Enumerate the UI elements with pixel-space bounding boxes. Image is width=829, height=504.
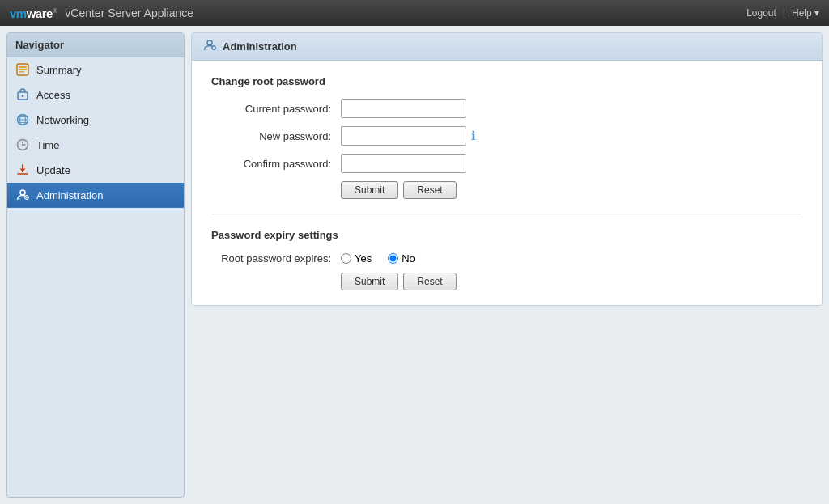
confirm-password-label: Confirm password: — [211, 158, 341, 170]
svg-point-20 — [207, 40, 212, 45]
sidebar-label-access: Access — [36, 89, 70, 101]
expires-yes-label: Yes — [355, 252, 372, 265]
expiry-buttons: Submit Reset — [341, 273, 802, 290]
svg-point-15 — [20, 190, 25, 195]
sidebar-label-networking: Networking — [36, 114, 89, 126]
help-link[interactable]: Help ▾ — [792, 7, 819, 19]
panel-header-icon — [203, 39, 216, 54]
sidebar-item-networking[interactable]: Networking — [7, 108, 184, 133]
header-right: Logout | Help ▾ — [746, 7, 819, 19]
info-icon[interactable]: ℹ — [471, 129, 476, 143]
section-divider — [211, 214, 802, 214]
current-password-input[interactable] — [341, 99, 466, 118]
current-password-row: Current password: — [211, 99, 802, 118]
panel-title: Administration — [223, 40, 297, 53]
svg-point-16 — [20, 199, 21, 200]
current-password-label: Current password: — [211, 103, 341, 115]
header-separator: | — [783, 7, 785, 19]
sidebar-item-administration[interactable]: Administration — [7, 183, 184, 208]
sidebar-label-time: Time — [36, 139, 59, 151]
sidebar-item-summary[interactable]: Summary — [7, 57, 184, 83]
main-layout: Navigator Summary Ac — [0, 26, 829, 504]
new-password-row: New password: ℹ — [211, 126, 802, 146]
panel-body: Change root password Current password: N… — [192, 61, 822, 305]
password-expiry-title: Password expiry settings — [211, 229, 802, 241]
password-expiry-section: Password expiry settings Root password e… — [211, 229, 802, 290]
logo-ware: ware — [27, 6, 53, 20]
new-password-input[interactable] — [341, 126, 466, 146]
svg-rect-2 — [19, 69, 27, 70]
header: vmware® vCenter Server Appliance Logout … — [0, 0, 829, 26]
expires-label: Root password expires: — [211, 252, 341, 265]
access-icon — [15, 87, 30, 102]
expiry-reset-button[interactable]: Reset — [403, 273, 456, 290]
sidebar-item-update[interactable]: Update — [7, 158, 184, 183]
administration-panel: Administration Change root password Curr… — [191, 32, 823, 306]
svg-rect-1 — [19, 66, 27, 68]
change-password-section: Change root password Current password: N… — [211, 75, 802, 199]
expires-no-label: No — [402, 252, 415, 265]
sidebar-label-update: Update — [36, 164, 70, 176]
help-label: Help — [792, 7, 812, 19]
svg-rect-3 — [19, 71, 24, 73]
sidebar-label-administration: Administration — [36, 189, 103, 201]
admin-icon — [15, 188, 30, 202]
confirm-password-row: Confirm password: — [211, 154, 802, 173]
help-arrow-icon: ▾ — [814, 7, 819, 19]
content-area: Administration Change root password Curr… — [191, 32, 823, 498]
expires-no-radio[interactable] — [388, 253, 398, 264]
sidebar-item-time[interactable]: Time — [7, 133, 184, 158]
header-left: vmware® vCenter Server Appliance — [10, 6, 193, 20]
expires-radio-row: Root password expires: Yes No — [211, 252, 802, 265]
change-password-reset-button[interactable]: Reset — [403, 181, 456, 199]
logout-link[interactable]: Logout — [746, 7, 776, 19]
expires-yes-option[interactable]: Yes — [341, 252, 372, 265]
change-password-title: Change root password — [211, 75, 802, 87]
confirm-password-input[interactable] — [341, 154, 466, 173]
new-password-label: New password: — [211, 130, 341, 142]
sidebar-header: Navigator — [7, 33, 184, 57]
summary-icon — [15, 62, 30, 77]
logo-reg: ® — [53, 7, 57, 15]
expires-no-option[interactable]: No — [388, 252, 415, 265]
app-title: vCenter Server Appliance — [65, 6, 193, 19]
expires-yes-radio[interactable] — [341, 253, 351, 264]
sidebar-item-access[interactable]: Access — [7, 83, 184, 108]
expires-radio-options: Yes No — [341, 252, 415, 265]
logo-vm: vm — [10, 6, 27, 20]
networking-icon — [15, 112, 30, 127]
sidebar: Navigator Summary Ac — [6, 32, 185, 498]
svg-point-5 — [22, 95, 24, 97]
change-password-buttons: Submit Reset — [341, 181, 802, 199]
sidebar-label-summary: Summary — [36, 64, 82, 76]
vmware-logo: vmware® — [10, 6, 57, 20]
time-icon — [15, 138, 30, 152]
panel-header: Administration — [192, 33, 822, 61]
expiry-submit-button[interactable]: Submit — [341, 273, 398, 290]
change-password-submit-button[interactable]: Submit — [341, 181, 398, 199]
update-icon — [15, 163, 30, 177]
